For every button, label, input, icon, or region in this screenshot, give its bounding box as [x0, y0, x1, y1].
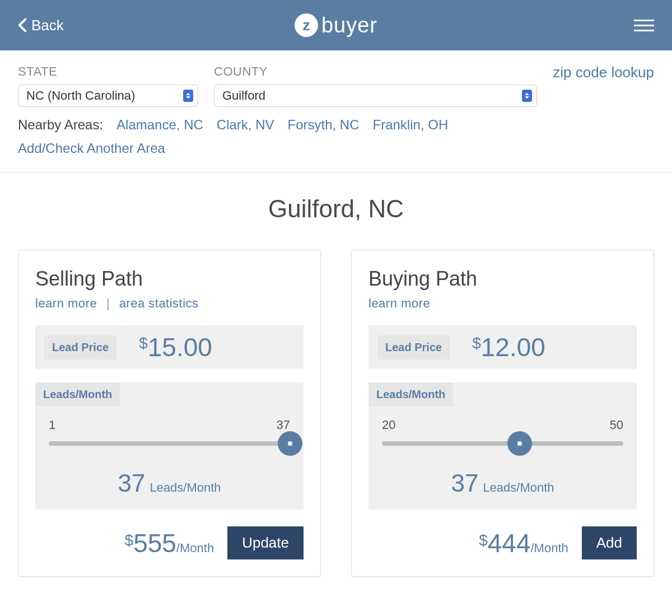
selling-leads-label: Leads/Month: [35, 382, 120, 407]
nearby-area-link[interactable]: Clark, NV: [217, 117, 274, 133]
nearby-areas-row: Nearby Areas: Alamance, NC Clark, NV For…: [18, 117, 654, 133]
add-area-link[interactable]: Add/Check Another Area: [18, 141, 165, 165]
nearby-area-link[interactable]: Forsyth, NC: [288, 117, 360, 133]
nearby-area-link[interactable]: Franklin, OH: [373, 117, 449, 133]
brand-logo-text: buyer: [321, 13, 377, 38]
selling-slider-thumb[interactable]: [278, 431, 302, 456]
buying-lead-price-box: Lead Price $12.00: [368, 325, 637, 369]
selling-path-card: Selling Path learn more | area statistic…: [18, 250, 321, 577]
brand-logo: z buyer: [295, 13, 377, 38]
selling-title: Selling Path: [35, 267, 304, 291]
nearby-areas-label: Nearby Areas:: [18, 117, 103, 133]
selling-update-button[interactable]: Update: [227, 526, 304, 559]
buying-leads-slider[interactable]: [382, 441, 623, 446]
selling-lead-price-box: Lead Price $15.00: [35, 325, 304, 369]
app-header: Back z buyer: [0, 0, 672, 50]
state-select-value: NC (North Carolina): [26, 88, 135, 103]
selling-slider-min: 1: [49, 418, 55, 432]
selling-lead-price-label: Lead Price: [44, 335, 116, 360]
county-select[interactable]: Guilford: [214, 85, 537, 107]
selling-lead-price-value: $15.00: [139, 332, 212, 362]
page-title: Guilford, NC: [0, 195, 672, 223]
select-arrows-icon: [522, 90, 532, 102]
chevron-left-icon: [18, 18, 27, 32]
buying-slider-min: 20: [382, 418, 395, 432]
selling-learn-more-link[interactable]: learn more: [35, 296, 97, 310]
brand-logo-mark: z: [295, 13, 318, 37]
buying-add-button[interactable]: Add: [582, 526, 637, 559]
selling-links: learn more | area statistics: [35, 296, 304, 311]
buying-leads-section: Leads/Month 20 50 37Leads/Month: [368, 382, 637, 510]
filters-section: STATE NC (North Carolina) COUNTY Guilfor…: [0, 50, 672, 172]
back-button[interactable]: Back: [18, 17, 64, 34]
buying-lead-price-label: Lead Price: [377, 335, 450, 360]
buying-title: Buying Path: [368, 267, 637, 291]
county-select-value: Guilford: [222, 88, 265, 103]
back-label: Back: [31, 17, 64, 34]
county-label: COUNTY: [214, 64, 537, 79]
buying-slider-thumb[interactable]: [507, 431, 532, 456]
buying-leads-readout: 37Leads/Month: [382, 469, 623, 497]
state-label: STATE: [18, 64, 198, 79]
buying-links: learn more: [368, 296, 637, 311]
menu-button[interactable]: [634, 20, 654, 31]
selling-slider-max: 37: [277, 418, 290, 432]
selling-leads-section: Leads/Month 1 37 37Leads/Month: [35, 382, 304, 510]
nearby-area-link[interactable]: Alamance, NC: [116, 117, 203, 133]
buying-total-price: $444/Month: [479, 528, 568, 558]
buying-path-card: Buying Path learn more Lead Price $12.00…: [351, 250, 654, 577]
state-select[interactable]: NC (North Carolina): [18, 85, 198, 107]
selling-total-price: $555/Month: [125, 528, 214, 558]
selling-leads-slider[interactable]: [49, 441, 290, 446]
selling-area-statistics-link[interactable]: area statistics: [119, 296, 199, 310]
zip-code-lookup-link[interactable]: zip code lookup: [553, 64, 654, 81]
buying-leads-label: Leads/Month: [368, 382, 453, 407]
select-arrows-icon: [183, 90, 193, 102]
selling-leads-readout: 37Leads/Month: [49, 469, 290, 497]
buying-slider-max: 50: [610, 418, 623, 432]
buying-lead-price-value: $12.00: [472, 332, 545, 362]
hamburger-icon: [634, 20, 654, 21]
buying-learn-more-link[interactable]: learn more: [368, 296, 430, 310]
